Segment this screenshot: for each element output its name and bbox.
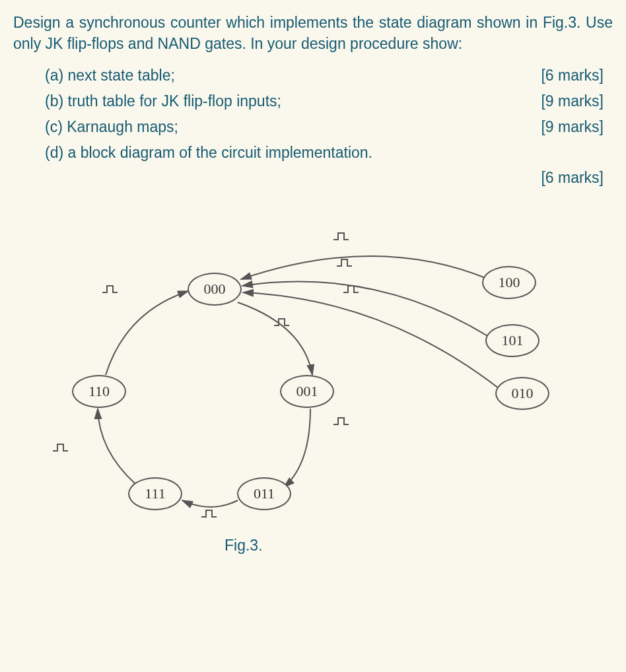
state-110: 110 — [72, 375, 126, 408]
subitem-c: (c) Karnaugh maps; [9 marks] — [45, 115, 604, 139]
state-011: 011 — [237, 477, 291, 510]
state-001: 001 — [280, 375, 334, 408]
subitem-b-label: (b) truth table for JK flip-flop inputs; — [45, 89, 541, 114]
state-010: 010 — [495, 377, 549, 410]
state-111: 111 — [128, 477, 182, 510]
subitem-d: (d) a block diagram of the circuit imple… — [45, 141, 604, 165]
state-000: 000 — [188, 273, 242, 306]
subitem-a-marks: [6 marks] — [541, 63, 604, 88]
subitem-d-label: (d) a block diagram of the circuit imple… — [45, 141, 604, 165]
subitem-c-marks: [9 marks] — [541, 115, 604, 139]
trailing-marks: [6 marks] — [13, 169, 604, 187]
subitem-b-marks: [9 marks] — [541, 89, 604, 114]
state-diagram-figure: 000 001 011 111 110 100 101 010 Fig.3. — [13, 213, 613, 583]
subitem-list: (a) next state table; [6 marks] (b) trut… — [45, 63, 604, 164]
subitem-a: (a) next state table; [6 marks] — [45, 63, 604, 88]
state-101: 101 — [485, 324, 539, 357]
figure-caption: Fig.3. — [225, 537, 263, 554]
subitem-b: (b) truth table for JK flip-flop inputs;… — [45, 89, 604, 114]
question-intro: Design a synchronous counter which imple… — [13, 12, 613, 54]
subitem-a-label: (a) next state table; — [45, 63, 541, 88]
subitem-c-label: (c) Karnaugh maps; — [45, 115, 541, 139]
state-100: 100 — [482, 266, 536, 299]
